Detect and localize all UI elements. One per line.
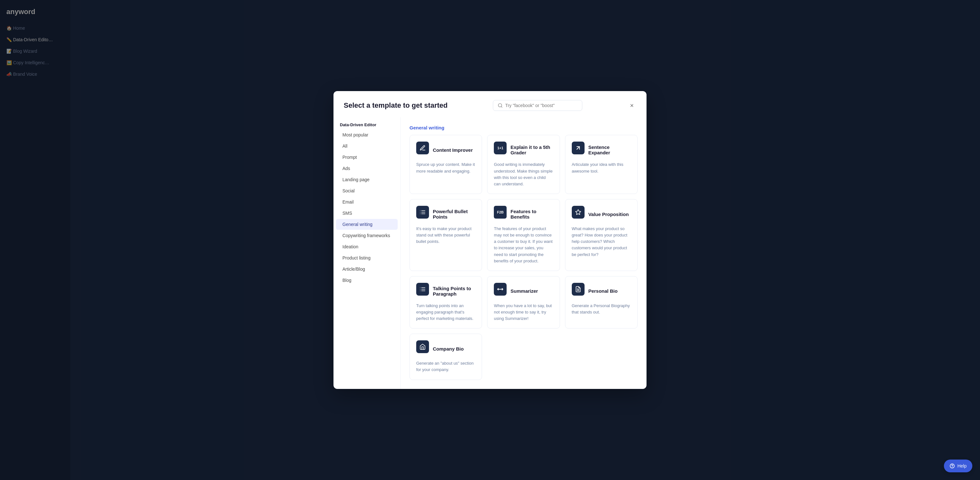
close-button[interactable]: × <box>627 101 636 110</box>
card-title: Value Proposition <box>589 212 629 217</box>
nav-landing-page[interactable]: Landing page <box>336 174 398 185</box>
sentence-expander-icon <box>572 142 585 155</box>
card-header: Content Improver <box>416 142 475 158</box>
modal-nav: Data-Driven Editor Most popular All Prom… <box>334 117 401 389</box>
search-container <box>493 100 582 111</box>
card-summarizer[interactable]: Summarizer When you have a lot to say, b… <box>487 276 560 329</box>
card-header: 1+1 Explain it to a 5th Grader <box>494 142 553 158</box>
nav-section-title: Data-Driven Editor <box>334 120 400 129</box>
content-improver-icon <box>416 142 429 155</box>
card-title: Company Bio <box>433 346 464 352</box>
card-header: Company Bio <box>416 340 475 357</box>
help-button[interactable]: Help <box>944 459 972 472</box>
card-title: Content Improver <box>433 147 473 153</box>
card-title: Summarizer <box>511 288 538 294</box>
card-title: Sentence Expander <box>589 144 631 155</box>
nav-ideation[interactable]: Ideation <box>336 241 398 252</box>
bullet-points-icon <box>416 206 429 218</box>
card-company-bio[interactable]: Company Bio Generate an "about us" secti… <box>409 333 482 380</box>
card-features-to-benefits[interactable]: F2B Features to Benefits The features of… <box>487 199 560 271</box>
card-header: Summarizer <box>494 283 553 300</box>
card-desc: Generate an "about us" section for your … <box>416 360 475 373</box>
nav-most-popular[interactable]: Most popular <box>336 129 398 140</box>
card-desc: Good writing is immediately understood. … <box>494 161 553 187</box>
card-desc: The features of your product may not be … <box>494 226 553 264</box>
card-content-improver[interactable]: Content Improver Spruce up your content.… <box>409 135 482 194</box>
card-title: Explain it to a 5th Grader <box>511 144 553 155</box>
help-label: Help <box>957 463 967 469</box>
card-desc: What makes your product so great? How do… <box>572 226 631 258</box>
card-explain-5th-grader[interactable]: 1+1 Explain it to a 5th Grader Good writ… <box>487 135 560 194</box>
card-desc: Turn talking points into an engaging par… <box>416 303 475 322</box>
features-benefits-icon: F2B <box>494 206 507 218</box>
card-desc: It's easy to make your product stand out… <box>416 226 475 245</box>
nav-sms[interactable]: SMS <box>336 208 398 218</box>
card-desc: Articulate your idea with this awesome t… <box>572 161 631 174</box>
nav-article-blog[interactable]: Article/Blog <box>336 264 398 274</box>
card-talking-points[interactable]: Talking Points to Paragraph Turn talking… <box>409 276 482 329</box>
nav-blog[interactable]: Blog <box>336 275 398 286</box>
card-header: F2B Features to Benefits <box>494 206 553 222</box>
personal-bio-icon <box>572 283 585 296</box>
card-title: Powerful Bullet Points <box>433 209 475 220</box>
explain-icon: 1+1 <box>494 142 507 155</box>
card-title: Personal Bio <box>589 288 618 294</box>
modal-content: General writing Content Improver Spruce … <box>401 117 646 389</box>
company-bio-icon <box>416 340 429 353</box>
card-sentence-expander[interactable]: Sentence Expander Articulate your idea w… <box>565 135 638 194</box>
svg-marker-9 <box>575 210 581 215</box>
card-title: Features to Benefits <box>511 209 553 220</box>
svg-line-2 <box>577 147 579 149</box>
nav-prompt[interactable]: Prompt <box>336 152 398 163</box>
cards-grid: Content Improver Spruce up your content.… <box>409 135 638 380</box>
nav-all[interactable]: All <box>336 140 398 151</box>
card-bullet-points[interactable]: Powerful Bullet Points It's easy to make… <box>409 199 482 271</box>
card-personal-bio[interactable]: Personal Bio Generate a Personal Biograp… <box>565 276 638 329</box>
template-modal: Select a template to get started × Data-… <box>334 91 646 389</box>
summarizer-icon <box>494 283 507 296</box>
search-icon <box>498 103 503 108</box>
modal-body: Data-Driven Editor Most popular All Prom… <box>334 117 646 389</box>
nav-general-writing[interactable]: General writing <box>336 219 398 230</box>
talking-points-icon <box>416 283 429 296</box>
card-title: Talking Points to Paragraph <box>433 286 475 297</box>
card-desc: Generate a Personal Biography that stand… <box>572 303 631 316</box>
nav-copywriting-frameworks[interactable]: Copywriting frameworks <box>336 230 398 241</box>
value-prop-icon <box>572 206 585 218</box>
nav-product-listing[interactable]: Product listing <box>336 252 398 263</box>
nav-social[interactable]: Social <box>336 185 398 196</box>
search-input[interactable] <box>505 103 578 108</box>
card-header: Value Proposition <box>572 206 631 222</box>
nav-email[interactable]: Email <box>336 196 398 207</box>
card-header: Sentence Expander <box>572 142 631 158</box>
card-desc: When you have a lot to say, but not enou… <box>494 303 553 322</box>
section-title: General writing <box>409 120 638 135</box>
help-icon <box>950 463 955 469</box>
modal-overlay: Select a template to get started × Data-… <box>0 0 980 480</box>
modal-title: Select a template to get started <box>344 101 447 110</box>
nav-ads[interactable]: Ads <box>336 163 398 174</box>
card-header: Personal Bio <box>572 283 631 300</box>
card-header: Powerful Bullet Points <box>416 206 475 222</box>
card-value-proposition[interactable]: Value Proposition What makes your produc… <box>565 199 638 271</box>
card-desc: Spruce up your content. Make it more rea… <box>416 161 475 174</box>
card-header: Talking Points to Paragraph <box>416 283 475 300</box>
modal-header: Select a template to get started × <box>334 91 646 117</box>
svg-line-1 <box>501 107 502 108</box>
